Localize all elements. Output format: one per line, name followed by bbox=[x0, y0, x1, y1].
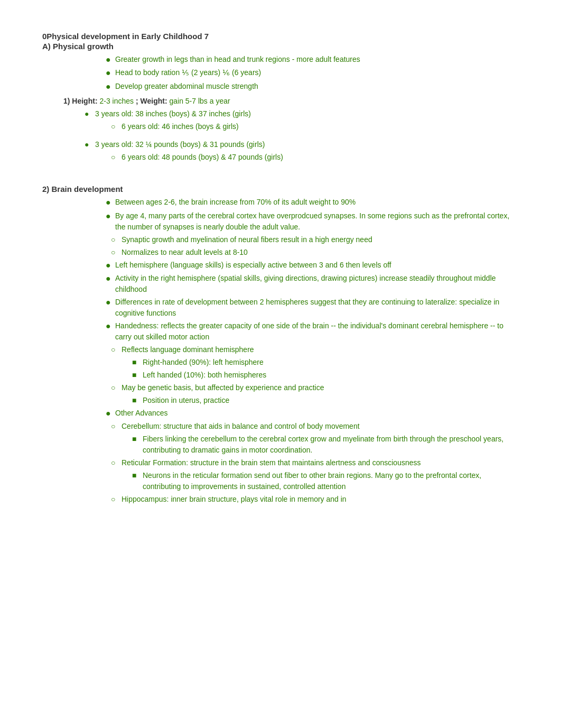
circle-icon: ○ bbox=[111, 344, 121, 355]
list-item: ● Left hemisphere (language skills) is e… bbox=[106, 260, 518, 271]
list-item: ○ 6 years old: 46 inches (boys & girls) bbox=[111, 121, 518, 132]
bullet-text: Reticular Formation: structure in the br… bbox=[121, 457, 421, 468]
list-item: ■ Position in uterus, practice bbox=[132, 395, 518, 406]
square-icon: ■ bbox=[132, 370, 143, 381]
circle-icon: ○ bbox=[111, 494, 121, 505]
spacer bbox=[42, 170, 518, 175]
list-item: ○ Reflects language dominant hemisphere bbox=[111, 344, 518, 355]
bullet-icon: ● bbox=[106, 81, 115, 93]
bullet-text: 3 years old: 38 inches (boys) & 37 inche… bbox=[95, 108, 251, 119]
bullet-icon: ● bbox=[106, 408, 115, 419]
list-item: ● 3 years old: 32 ¼ pounds (boys) & 31 p… bbox=[85, 139, 518, 150]
list-item: ○ May be genetic basis, but affected by … bbox=[111, 382, 518, 393]
list-item: ● Between ages 2-6, the brain increase f… bbox=[106, 197, 518, 208]
spacer bbox=[42, 134, 518, 139]
weight-val: gain 5-7 lbs a year bbox=[169, 97, 230, 105]
bullet-text: Activity in the right hemisphere (spatia… bbox=[115, 273, 518, 295]
bullet-icon: ● bbox=[106, 54, 115, 66]
list-item: ● Greater growth in legs than in head an… bbox=[106, 54, 518, 66]
bullet-text: Hippocampus: inner brain structure, play… bbox=[121, 494, 347, 505]
bullet-text: Between ages 2-6, the brain increase fro… bbox=[115, 197, 356, 208]
list-item: ● Other Advances bbox=[106, 408, 518, 419]
bullet-text: Neurons in the reticular formation send … bbox=[143, 470, 518, 492]
list-item: ○ Reticular Formation: structure in the … bbox=[111, 457, 518, 468]
bullet-text: By age 4, many parts of the cerebral cor… bbox=[115, 210, 518, 233]
bullet-icon: ● bbox=[85, 139, 95, 150]
bullet-text: 6 years old: 48 pounds (boys) & 47 pound… bbox=[121, 152, 283, 163]
bullet-text: Differences in rate of development betwe… bbox=[115, 297, 518, 319]
bullet-icon: ● bbox=[106, 210, 115, 222]
height-weight-line: 1) Height: 2-3 inches ; Weight: gain 5-7… bbox=[63, 97, 518, 105]
list-item: ■ Fibers linking the cerebellum to the c… bbox=[132, 434, 518, 456]
bullet-text: Left hemisphere (language skills) is esp… bbox=[115, 260, 391, 271]
square-icon: ■ bbox=[132, 434, 143, 445]
bullet-text: Right-handed (90%): left hemisphere bbox=[143, 357, 264, 368]
bullet-text: Greater growth in legs than in head and … bbox=[115, 54, 360, 65]
bullet-icon: ● bbox=[106, 197, 115, 208]
bullet-text: 3 years old: 32 ¼ pounds (boys) & 31 pou… bbox=[95, 139, 265, 150]
list-item: ■ Neurons in the reticular formation sen… bbox=[132, 470, 518, 492]
bullet-text: Left handed (10%): both hemispheres bbox=[143, 370, 266, 381]
bullet-text: 6 years old: 46 inches (boys & girls) bbox=[121, 121, 239, 132]
section-a-title: A) Physical growth bbox=[42, 42, 518, 51]
height-bullets: ● 3 years old: 38 inches (boys) & 37 inc… bbox=[42, 108, 518, 132]
section-2-title: 2) Brain development bbox=[42, 185, 518, 193]
list-item: ● 3 years old: 38 inches (boys) & 37 inc… bbox=[85, 108, 518, 119]
circle-icon: ○ bbox=[111, 234, 121, 245]
physical-bullets: ● Greater growth in legs than in head an… bbox=[42, 54, 518, 93]
list-item: ● Differences in rate of development bet… bbox=[106, 297, 518, 319]
list-item: ○ Cerebellum: structure that aids in bal… bbox=[111, 421, 518, 432]
bullet-text: Handedness: reflects the greater capacit… bbox=[115, 320, 518, 343]
bullet-text: Develop greater abdominal muscle strengt… bbox=[115, 81, 258, 92]
main-content: 0Physical development in Early Childhood… bbox=[42, 32, 518, 505]
bullet-text: Synaptic growth and myelination of neura… bbox=[121, 234, 372, 245]
bullet-text: Reflects language dominant hemisphere bbox=[121, 344, 254, 355]
circle-icon: ○ bbox=[111, 247, 121, 258]
list-item: ● Develop greater abdominal muscle stren… bbox=[106, 81, 518, 93]
bullet-text: Cerebellum: structure that aids in balan… bbox=[121, 421, 360, 432]
bullet-text: Normalizes to near adult levels at 8-10 bbox=[121, 247, 248, 258]
list-item: ■ Left handed (10%): both hemispheres bbox=[132, 370, 518, 381]
weight-sep: ; bbox=[134, 97, 140, 105]
weight-bullets: ● 3 years old: 32 ¼ pounds (boys) & 31 p… bbox=[42, 139, 518, 163]
bullet-icon: ● bbox=[106, 260, 115, 271]
bullet-text: Head to body ration ⅕ (2 years) ⅙ (6 yea… bbox=[115, 67, 261, 78]
circle-icon: ○ bbox=[111, 382, 121, 393]
list-item: ○ Hippocampus: inner brain structure, pl… bbox=[111, 494, 518, 505]
list-item: ○ 6 years old: 48 pounds (boys) & 47 pou… bbox=[111, 152, 518, 163]
bullet-icon: ● bbox=[85, 108, 95, 119]
spacer bbox=[42, 164, 518, 170]
square-icon: ■ bbox=[132, 395, 143, 406]
circle-icon: ○ bbox=[111, 421, 121, 432]
list-item: ● Activity in the right hemisphere (spat… bbox=[106, 273, 518, 295]
page-title: 0Physical development in Early Childhood… bbox=[42, 32, 518, 41]
square-icon: ■ bbox=[132, 470, 143, 481]
bullet-text: May be genetic basis, but affected by ex… bbox=[121, 382, 324, 393]
list-item: ● Head to body ration ⅕ (2 years) ⅙ (6 y… bbox=[106, 67, 518, 79]
circle-icon: ○ bbox=[111, 152, 121, 163]
bullet-icon: ● bbox=[106, 273, 115, 284]
weight-label: Weight: bbox=[141, 97, 167, 105]
list-item: ■ Right-handed (90%): left hemisphere bbox=[132, 357, 518, 368]
list-item: ○ Normalizes to near adult levels at 8-1… bbox=[111, 247, 518, 258]
circle-icon: ○ bbox=[111, 457, 121, 468]
bullet-icon: ● bbox=[106, 67, 115, 79]
list-item: ● Handedness: reflects the greater capac… bbox=[106, 320, 518, 343]
bullet-text: Fibers linking the cerebellum to the cer… bbox=[143, 434, 518, 456]
bullet-text: Position in uterus, practice bbox=[143, 395, 229, 406]
height-val: 2-3 inches bbox=[99, 97, 134, 105]
height-label: 1) Height: bbox=[63, 97, 98, 105]
circle-icon: ○ bbox=[111, 121, 121, 132]
square-icon: ■ bbox=[132, 357, 143, 368]
list-item: ● By age 4, many parts of the cerebral c… bbox=[106, 210, 518, 233]
bullet-text: Other Advances bbox=[115, 408, 168, 419]
bullet-icon: ● bbox=[106, 297, 115, 308]
list-item: ○ Synaptic growth and myelination of neu… bbox=[111, 234, 518, 245]
bullet-icon: ● bbox=[106, 320, 115, 332]
